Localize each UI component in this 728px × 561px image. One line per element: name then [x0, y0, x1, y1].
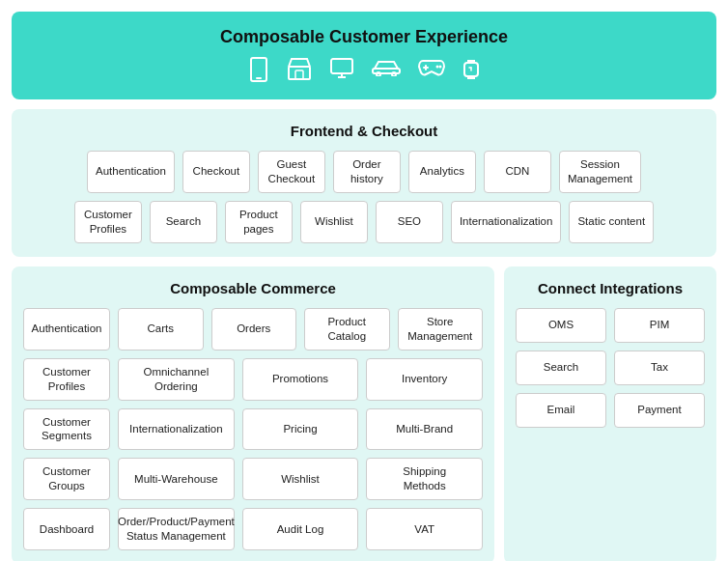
svg-point-13: [439, 66, 442, 69]
connect-email: Email: [516, 393, 606, 428]
cc-carts: Carts: [118, 308, 204, 351]
connect-tax: Tax: [614, 351, 705, 385]
cc-audit-log: Audit Log: [242, 508, 359, 550]
cc-inventory: Inventory: [366, 358, 483, 401]
svg-rect-2: [289, 67, 310, 79]
composable-row4: CustomerGroups Multi-Warehouse Wishlist …: [23, 458, 483, 500]
cc-customer-profiles: CustomerProfiles: [23, 358, 110, 401]
composable-section: Composable Commerce Authentication Carts…: [12, 266, 494, 561]
cc-orders: Orders: [211, 308, 297, 351]
bottom-area: Composable Commerce Authentication Carts…: [12, 266, 716, 561]
smartwatch-icon: [462, 57, 480, 88]
cc-multi-brand: Multi-Brand: [366, 408, 483, 451]
card-static-content: Static content: [569, 201, 654, 243]
card-order-history: Orderhistory: [333, 151, 401, 193]
gamepad-icon: [418, 57, 445, 88]
svg-point-12: [436, 66, 439, 69]
cc-shipping-methods: ShippingMethods: [366, 458, 483, 500]
top-title: Composable Customer Experience: [23, 27, 705, 47]
cc-multi-warehouse: Multi-Warehouse: [118, 458, 235, 500]
composable-row3: CustomerSegments Internationalization Pr…: [23, 408, 483, 451]
cc-order-status: Order/Product/PaymentStatus Management: [118, 508, 235, 550]
desktop-icon: [329, 57, 354, 88]
card-seo: SEO: [376, 201, 443, 243]
store-icon: [287, 57, 312, 88]
frontend-row2: CustomerProfiles Search Productpages Wis…: [23, 201, 705, 243]
cc-authentication: Authentication: [23, 308, 110, 351]
cc-promotions: Promotions: [242, 358, 359, 401]
card-internationalization: Internationalization: [451, 201, 562, 243]
composable-row2: CustomerProfiles Omnichannel Ordering Pr…: [23, 358, 483, 401]
card-wishlist: Wishlist: [300, 201, 368, 243]
frontend-section: Frontend & Checkout Authentication Check…: [12, 109, 716, 257]
car-icon: [372, 57, 401, 88]
card-product-pages: Productpages: [225, 201, 293, 243]
svg-rect-3: [295, 70, 303, 79]
connect-pim: PIM: [614, 308, 705, 343]
cc-customer-segments: CustomerSegments: [23, 408, 110, 451]
connect-payment: Payment: [614, 393, 705, 428]
frontend-row1: Authentication Checkout GuestCheckout Or…: [23, 151, 705, 193]
frontend-title: Frontend & Checkout: [23, 123, 705, 139]
card-analytics: Analytics: [408, 151, 476, 193]
cc-product-catalog: ProductCatalog: [304, 308, 390, 351]
connect-search: Search: [516, 351, 606, 385]
card-checkout: Checkout: [182, 151, 250, 193]
cc-pricing: Pricing: [242, 408, 359, 451]
cc-internationalization: Internationalization: [118, 408, 235, 451]
connect-title: Connect Integrations: [516, 280, 705, 296]
svg-rect-4: [331, 59, 352, 73]
cc-vat: VAT: [366, 508, 483, 550]
composable-row5: Dashboard Order/Product/PaymentStatus Ma…: [23, 508, 483, 550]
card-search: Search: [150, 201, 217, 243]
connect-section: Connect Integrations OMS PIM Search Tax …: [504, 266, 716, 561]
composable-title: Composable Commerce: [23, 280, 483, 296]
cc-customer-groups: CustomerGroups: [23, 458, 110, 500]
card-customer-profiles: CustomerProfiles: [74, 201, 142, 243]
connect-oms: OMS: [516, 308, 606, 343]
card-authentication: Authentication: [87, 151, 175, 193]
mobile-icon: [248, 57, 269, 88]
composable-row1: Authentication Carts Orders ProductCatal…: [23, 308, 483, 351]
card-session-management: SessionManagement: [559, 151, 641, 193]
card-cdn: CDN: [484, 151, 551, 193]
cc-store-management: StoreManagement: [398, 308, 484, 351]
main-container: Composable Customer Experience: [0, 0, 728, 561]
connect-grid: OMS PIM Search Tax Email Payment: [516, 308, 705, 428]
icons-row: [23, 57, 705, 88]
cc-omnichannel: Omnichannel Ordering: [118, 358, 235, 401]
top-section: Composable Customer Experience: [12, 12, 716, 99]
cc-dashboard: Dashboard: [23, 508, 110, 550]
cc-wishlist: Wishlist: [242, 458, 359, 500]
card-guest-checkout: GuestCheckout: [258, 151, 325, 193]
